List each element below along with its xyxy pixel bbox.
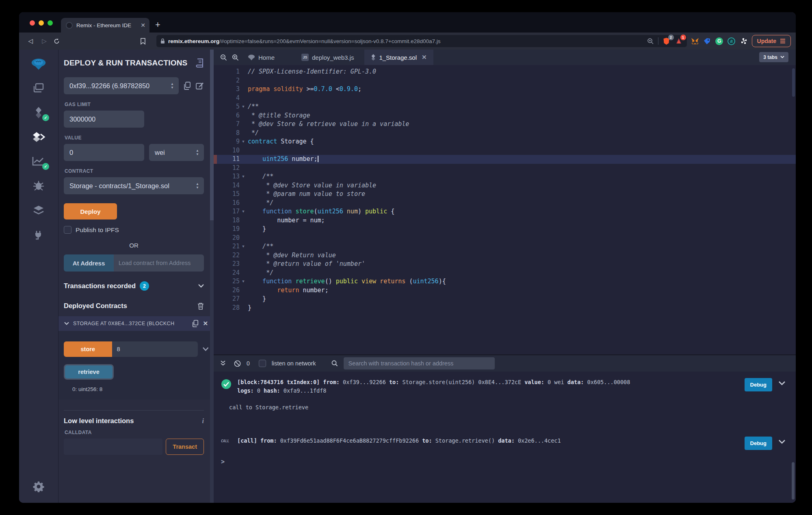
zoom-page-icon[interactable] (647, 38, 654, 45)
code-line[interactable]: 13▼ /** (214, 172, 796, 181)
calldata-input[interactable] (64, 439, 162, 455)
zoom-in-icon[interactable] (232, 54, 239, 61)
forward-button[interactable]: ▷ (39, 37, 49, 45)
code-line[interactable]: 19 } (214, 225, 796, 234)
update-button[interactable]: Update (752, 35, 791, 47)
store-argument-input[interactable] (112, 341, 198, 357)
tag-extension-icon[interactable] (703, 37, 711, 45)
expand-call-chevron-icon[interactable] (779, 440, 785, 444)
value-unit-select[interactable]: wei ▲▼ (149, 144, 204, 161)
code-line[interactable]: 20 (214, 234, 796, 243)
code-line[interactable]: 9▼contract Storage { (214, 137, 796, 146)
retrieve-function-button[interactable]: retrieve (64, 364, 114, 380)
deploy-button[interactable]: Deploy (64, 203, 117, 219)
back-button[interactable]: ◁ (26, 37, 35, 45)
code-line[interactable]: 21▼ /** (214, 242, 796, 251)
sign-message-icon[interactable] (196, 82, 204, 90)
code-line[interactable]: 26 return number; (214, 286, 796, 295)
plugin-manager-icon[interactable] (31, 228, 46, 241)
settings-gear-icon[interactable] (19, 481, 58, 492)
code-line[interactable]: 14 * @dev Store value in variable (214, 181, 796, 190)
tabs-count-badge[interactable]: 3 tabs (759, 52, 788, 62)
remove-contract-icon[interactable]: ✕ (203, 320, 208, 327)
code-line[interactable]: 25▼ function retrieve() public view retu… (214, 277, 796, 286)
copy-address-icon[interactable] (192, 320, 199, 327)
metamask-icon[interactable] (691, 37, 699, 45)
tab-deploy-web3[interactable]: JS deploy_web3.js (295, 50, 360, 65)
terminal-search-input[interactable] (344, 357, 495, 369)
transact-button[interactable]: Transact (166, 439, 204, 455)
solidity-compiler-icon[interactable]: ✓ (31, 106, 46, 120)
chevron-down-icon[interactable] (64, 322, 69, 325)
code-line[interactable]: 5▼/** (214, 102, 796, 111)
code-line[interactable]: 18 number = num; (214, 216, 796, 225)
listen-network-checkbox[interactable] (259, 360, 266, 367)
at-address-input[interactable] (114, 254, 204, 272)
code-line[interactable]: 11 uint256 number; (214, 155, 796, 164)
code-line[interactable]: 6 * @title Storage (214, 111, 796, 120)
maximize-window-button[interactable] (48, 20, 53, 26)
minimize-window-button[interactable] (39, 20, 44, 26)
publish-ipfs-checkbox[interactable] (64, 226, 71, 234)
documentation-book-icon[interactable] (196, 59, 204, 67)
code-line[interactable]: 17▼ function store(uint256 num) public { (214, 207, 796, 216)
code-line[interactable]: 3pragma solidity >=0.7.0 <0.9.0; (214, 85, 796, 94)
browser-tab[interactable]: Remix - Ethereum IDE ✕ (61, 18, 149, 33)
bookmark-icon[interactable] (140, 38, 150, 45)
call-row[interactable]: CALL [call] from: 0xf39Fd6e51aad88F6F4ce… (214, 434, 796, 450)
contract-select[interactable]: Storage - contracts/1_Storage.sol ▲▼ (64, 177, 204, 194)
code-line[interactable]: 23 * @return value of 'number' (214, 260, 796, 269)
code-line[interactable]: 2 (214, 76, 796, 85)
terminal-scrollbar[interactable] (792, 462, 795, 500)
debugger-icon[interactable] (31, 179, 46, 193)
new-tab-button[interactable]: + (155, 20, 160, 30)
debug-button[interactable]: Debug (745, 378, 772, 391)
code-line[interactable]: 8 */ (214, 129, 796, 138)
code-line[interactable]: 4 (214, 94, 796, 103)
info-icon[interactable]: i (202, 417, 204, 425)
reload-button[interactable] (53, 38, 63, 45)
url-bar[interactable]: remix.ethereum.org/#optimize=false&runs=… (156, 35, 687, 47)
deploy-run-icon[interactable] (31, 130, 46, 144)
panel-scrollbar[interactable] (210, 50, 214, 503)
brave-shield-icon[interactable]: 2 (663, 37, 671, 45)
code-line[interactable]: 16 */ (214, 199, 796, 208)
grammarly-icon[interactable]: G (715, 37, 723, 45)
code-line[interactable]: 1// SPDX-License-Identifier: GPL-3.0 (214, 67, 796, 76)
debug-button[interactable]: Debug (745, 437, 772, 450)
at-address-button[interactable]: At Address (64, 254, 114, 272)
code-line[interactable]: 27 } (214, 295, 796, 304)
transaction-row[interactable]: [block:7843716 txIndex:0] from: 0xf39...… (214, 376, 796, 395)
store-function-button[interactable]: store (64, 341, 112, 357)
code-editor[interactable]: 1// SPDX-License-Identifier: GPL-3.023pr… (214, 65, 796, 354)
expand-tx-chevron-icon[interactable] (779, 381, 785, 385)
analysis-icon[interactable]: ✓ (31, 154, 46, 168)
code-line[interactable]: 15 * @param num value to store (214, 190, 796, 199)
close-tab-icon[interactable]: ✕ (422, 54, 427, 61)
deployed-contract-header[interactable]: STORAGE AT 0X8E4...372CE (BLOCKCH ✕ (58, 316, 214, 331)
code-line[interactable]: 22 * @dev Return value (214, 251, 796, 260)
code-line[interactable]: 12 (214, 164, 796, 173)
zoom-out-icon[interactable] (220, 54, 227, 61)
code-line[interactable]: 10 (214, 146, 796, 155)
teal-extension-icon[interactable]: a (728, 37, 736, 45)
flame-extension-icon[interactable]: 1 (675, 37, 683, 45)
extensions-puzzle-icon[interactable] (740, 37, 748, 45)
chevron-down-icon[interactable] (198, 284, 204, 288)
close-tab-icon[interactable]: ✕ (141, 22, 145, 28)
copy-account-icon[interactable] (184, 82, 191, 90)
tab-storage-sol[interactable]: 1_Storage.sol ✕ (364, 50, 433, 65)
trash-icon[interactable] (197, 302, 204, 310)
code-line[interactable]: 7 * @dev Store & retrieve value in a var… (214, 120, 796, 129)
account-select[interactable]: 0xf39...92266 (6.98782850 ▲▼ (64, 77, 179, 94)
clear-console-icon[interactable] (234, 360, 241, 367)
transactions-recorded-row[interactable]: Transactions recorded 2 (64, 281, 204, 291)
unit-testing-icon[interactable] (31, 203, 46, 217)
expand-args-chevron-icon[interactable] (203, 347, 208, 351)
terminal-prompt[interactable]: > (221, 458, 796, 465)
gas-limit-input[interactable] (64, 111, 144, 128)
tab-home[interactable]: Home (241, 50, 281, 65)
file-explorer-icon[interactable] (31, 81, 46, 95)
code-line[interactable]: 28} (214, 304, 796, 313)
value-input[interactable] (64, 144, 144, 161)
